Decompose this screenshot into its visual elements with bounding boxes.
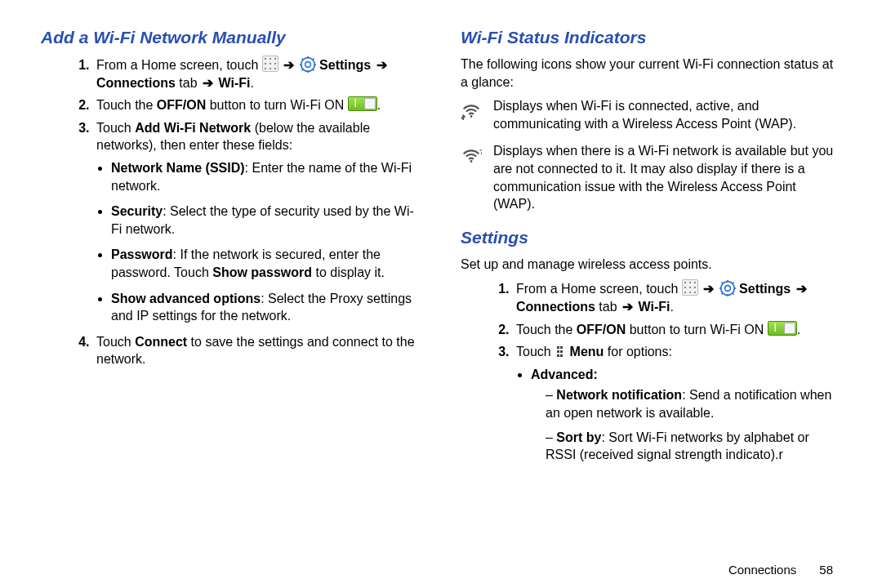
arrow-icon: ➔	[282, 56, 296, 74]
gear-icon	[719, 280, 736, 296]
svg-line-22	[721, 293, 723, 295]
menu-dots-icon	[555, 345, 566, 359]
heading-wifi-status: Wi-Fi Status Indicators	[461, 28, 841, 47]
right-step3-bullets: Advanced: Network notification: Send a n…	[516, 366, 841, 464]
arrow-icon: ➔	[375, 56, 389, 74]
heading-add-wifi: Add a Wi-Fi Network Manually	[41, 28, 421, 47]
apps-grid-icon	[682, 279, 698, 296]
wifi-available-icon: ?	[461, 142, 483, 212]
settings-intro: Set up and manage wireless access points…	[461, 256, 841, 274]
bullet-advanced: Show advanced options: Select the Proxy …	[111, 290, 421, 325]
dash-sort-by: Sort by: Sort Wi-Fi networks by alphabet…	[546, 429, 841, 464]
svg-text:?: ?	[479, 147, 482, 156]
svg-line-21	[732, 283, 733, 284]
bullet-ssid: Network Name (SSID): Enter the name of t…	[111, 159, 421, 194]
bullet-advanced-menu: Advanced: Network notification: Send a n…	[531, 366, 841, 464]
right-step-2: Touch the OFF/ON button to turn Wi-Fi ON…	[513, 321, 841, 339]
svg-line-20	[732, 293, 733, 295]
apps-grid-icon	[262, 56, 278, 72]
right-column: Wi-Fi Status Indicators The following ic…	[461, 28, 841, 472]
left-step-1: From a Home screen, touch ➔ Settings ➔ C…	[93, 56, 421, 91]
heading-settings: Settings	[461, 228, 841, 247]
svg-point-1	[305, 62, 310, 68]
left-column: Add a Wi-Fi Network Manually From a Home…	[41, 28, 421, 472]
arrow-icon: ➔	[201, 74, 215, 92]
svg-line-9	[301, 69, 303, 71]
gear-icon	[300, 56, 316, 73]
svg-point-13	[720, 282, 734, 296]
left-steps: From a Home screen, touch ➔ Settings ➔ C…	[41, 56, 421, 368]
arrow-icon: ➔	[621, 298, 635, 316]
wifi-indicator-available: ? Displays when there is a Wi-Fi network…	[461, 142, 841, 212]
svg-point-14	[724, 286, 730, 292]
footer-page-number: 58	[819, 563, 833, 577]
bullet-password: Password: If the network is secured, ent…	[111, 246, 421, 281]
toggle-on-icon	[348, 96, 377, 111]
left-step-2: Touch the OFF/ON button to turn Wi-Fi ON…	[93, 96, 421, 114]
arrow-icon: ➔	[795, 280, 808, 298]
svg-point-10	[470, 115, 473, 118]
svg-line-19	[721, 283, 723, 284]
arrow-icon: ➔	[702, 280, 715, 298]
footer-section: Connections	[728, 563, 796, 577]
right-step-1: From a Home screen, touch ➔ Settings ➔ C…	[513, 279, 841, 315]
wifi-active-icon	[461, 97, 483, 132]
bullet-security: Security: Select the type of security us…	[111, 203, 421, 238]
left-step-4: Touch Connect to save the settings and c…	[93, 333, 421, 368]
wifi-indicator-active: Displays when Wi-Fi is connected, active…	[461, 97, 841, 132]
left-step3-bullets: Network Name (SSID): Enter the name of t…	[96, 159, 421, 325]
svg-line-6	[301, 59, 303, 60]
left-step-3: Touch Add Wi-Fi Network (below the avail…	[93, 119, 421, 325]
page-footer: Connections 58	[728, 563, 833, 577]
svg-point-11	[470, 160, 473, 163]
svg-line-7	[312, 69, 314, 71]
dash-network-notification: Network notification: Send a notificatio…	[546, 386, 841, 421]
svg-line-8	[312, 59, 314, 60]
right-step-3: Touch Menu for options: Advanced: Networ…	[513, 343, 841, 464]
right-steps: From a Home screen, touch ➔ Settings ➔ C…	[461, 279, 841, 463]
advanced-sublist: Network notification: Send a notificatio…	[531, 386, 841, 463]
status-intro: The following icons show your current Wi…	[461, 56, 841, 91]
toggle-on-icon	[768, 321, 797, 336]
